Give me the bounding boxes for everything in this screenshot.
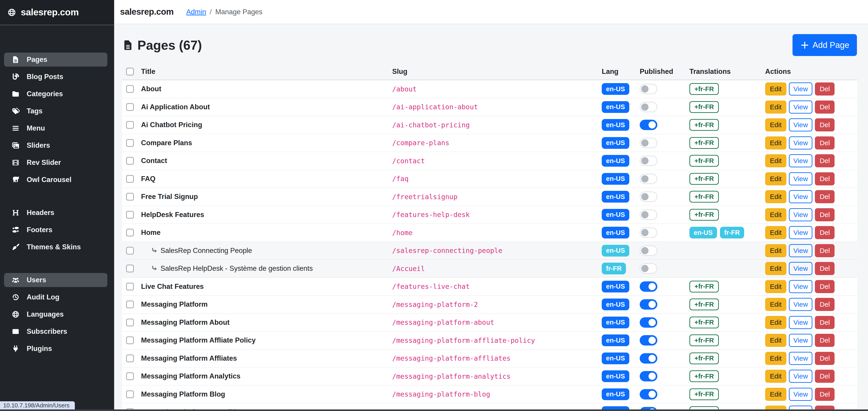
row-checkbox[interactable] [126, 211, 134, 218]
del-button[interactable]: Del [815, 226, 835, 239]
edit-button[interactable]: Edit [765, 388, 786, 401]
del-button[interactable]: Del [815, 280, 835, 293]
edit-button[interactable]: Edit [765, 154, 786, 167]
published-toggle[interactable] [640, 156, 657, 166]
sidebar-item-languages[interactable]: Languages [4, 307, 107, 321]
view-button[interactable]: View [789, 316, 812, 329]
published-toggle[interactable] [640, 263, 657, 274]
edit-button[interactable]: Edit [765, 406, 786, 409]
edit-button[interactable]: Edit [765, 262, 786, 275]
row-checkbox[interactable] [126, 372, 134, 380]
row-checkbox[interactable] [126, 229, 134, 236]
published-toggle[interactable] [640, 84, 657, 94]
published-toggle[interactable] [640, 210, 657, 220]
view-button[interactable]: View [789, 352, 812, 365]
published-toggle[interactable] [640, 407, 657, 409]
translation-badge[interactable]: +fr-FR [689, 209, 719, 220]
del-button[interactable]: Del [815, 172, 835, 185]
view-button[interactable]: View [789, 154, 812, 167]
row-checkbox[interactable] [126, 247, 134, 254]
sidebar-item-rev-slider[interactable]: Rev Slider [4, 156, 107, 170]
translation-badge[interactable]: +fr-FR [689, 119, 719, 131]
view-button[interactable]: View [789, 172, 812, 185]
published-toggle[interactable] [640, 102, 657, 112]
edit-button[interactable]: Edit [765, 190, 786, 203]
sidebar-item-blog-posts[interactable]: Blog Posts [4, 70, 107, 84]
row-checkbox[interactable] [126, 85, 134, 93]
del-button[interactable]: Del [815, 101, 835, 113]
view-button[interactable]: View [789, 406, 812, 409]
sidebar-item-categories[interactable]: Categories [4, 87, 107, 101]
sidebar-item-headers[interactable]: Headers [4, 206, 107, 220]
sidebar-item-menu[interactable]: Menu [4, 121, 107, 135]
row-checkbox[interactable] [126, 139, 134, 147]
sidebar-item-plugins[interactable]: Plugins [4, 342, 107, 356]
view-button[interactable]: View [789, 82, 812, 96]
del-button[interactable]: Del [815, 190, 835, 203]
edit-button[interactable]: Edit [765, 136, 786, 149]
row-checkbox[interactable] [126, 390, 134, 398]
del-button[interactable]: Del [815, 136, 835, 149]
view-button[interactable]: View [789, 388, 812, 401]
row-checkbox[interactable] [126, 103, 134, 111]
del-button[interactable]: Del [815, 118, 835, 131]
view-button[interactable]: View [789, 334, 812, 347]
view-button[interactable]: View [789, 298, 812, 311]
edit-button[interactable]: Edit [765, 298, 786, 311]
translation-badge[interactable]: +fr-FR [689, 317, 719, 328]
published-toggle[interactable] [640, 317, 657, 328]
sidebar-item-audit-log[interactable]: Audit Log [4, 290, 107, 304]
view-button[interactable]: View [789, 262, 812, 275]
published-toggle[interactable] [640, 245, 657, 256]
select-all-checkbox[interactable] [126, 68, 134, 75]
published-toggle[interactable] [640, 353, 657, 364]
sidebar-logo[interactable]: salesrep.com [0, 0, 114, 25]
translation-badge[interactable]: +fr-FR [689, 83, 719, 95]
row-checkbox[interactable] [126, 319, 134, 326]
translation-badge[interactable]: +fr-FR [689, 388, 719, 400]
row-checkbox[interactable] [126, 193, 134, 201]
breadcrumb-admin-link[interactable]: Admin [186, 8, 206, 16]
published-toggle[interactable] [640, 138, 657, 148]
published-toggle[interactable] [640, 120, 657, 130]
published-toggle[interactable] [640, 389, 657, 400]
row-checkbox[interactable] [126, 265, 134, 272]
edit-button[interactable]: Edit [765, 82, 786, 96]
sidebar-item-themes-skins[interactable]: Themes & Skins [4, 240, 107, 254]
del-button[interactable]: Del [815, 244, 835, 257]
edit-button[interactable]: Edit [765, 226, 786, 239]
published-toggle[interactable] [640, 299, 657, 310]
row-checkbox[interactable] [126, 175, 134, 183]
sidebar-item-footers[interactable]: Footers [4, 223, 107, 237]
edit-button[interactable]: Edit [765, 352, 786, 365]
del-button[interactable]: Del [815, 262, 835, 275]
translation-badge[interactable]: +fr-FR [689, 335, 719, 346]
del-button[interactable]: Del [815, 370, 835, 383]
edit-button[interactable]: Edit [765, 316, 786, 329]
del-button[interactable]: Del [815, 334, 835, 347]
del-button[interactable]: Del [815, 208, 835, 221]
edit-button[interactable]: Edit [765, 334, 786, 347]
edit-button[interactable]: Edit [765, 118, 786, 131]
row-checkbox[interactable] [126, 354, 134, 362]
del-button[interactable]: Del [815, 406, 835, 409]
translation-badge[interactable]: +fr-FR [689, 191, 719, 203]
edit-button[interactable]: Edit [765, 172, 786, 185]
sidebar-item-sliders[interactable]: Sliders [4, 138, 107, 152]
del-button[interactable]: Del [815, 388, 835, 401]
row-checkbox[interactable] [126, 121, 134, 129]
translation-badge[interactable]: +fr-FR [689, 281, 719, 293]
sidebar-item-tags[interactable]: Tags [4, 104, 107, 118]
translation-badge[interactable]: +fr-FR [689, 299, 719, 310]
translation-badge[interactable]: +fr-FR [689, 173, 719, 185]
sidebar-item-owl-carousel[interactable]: Owl Carousel [4, 173, 107, 187]
view-button[interactable]: View [789, 101, 812, 113]
add-page-button[interactable]: Add Page [793, 34, 857, 56]
published-toggle[interactable] [640, 281, 657, 292]
view-button[interactable]: View [789, 118, 812, 131]
published-toggle[interactable] [640, 192, 657, 202]
edit-button[interactable]: Edit [765, 101, 786, 113]
row-checkbox[interactable] [126, 157, 134, 165]
view-button[interactable]: View [789, 190, 812, 203]
del-button[interactable]: Del [815, 352, 835, 365]
